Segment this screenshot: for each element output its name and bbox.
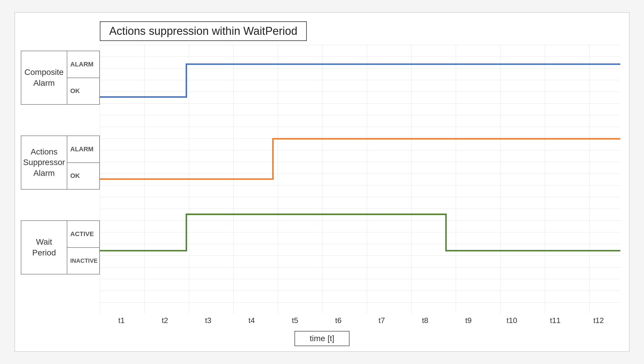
- tick-t9: t9: [447, 316, 490, 325]
- wait-period-row: WaitPeriod ACTIVE INACTIVE: [21, 220, 100, 274]
- actions-suppressor-line: [100, 139, 620, 179]
- tick-t5: t5: [273, 316, 317, 325]
- composite-alarm-state-ok: OK: [70, 87, 80, 95]
- tick-t11: t11: [534, 316, 577, 325]
- tick-t8: t8: [403, 316, 447, 325]
- tick-t2: t2: [143, 316, 186, 325]
- composite-alarm-row: CompositeAlarm ALARM OK: [21, 51, 100, 105]
- composite-alarm-state-alarm: ALARM: [70, 61, 93, 68]
- wait-period-state-active: ACTIVE: [70, 230, 94, 238]
- wait-period-line: [100, 214, 620, 250]
- composite-alarm-label: CompositeAlarm: [25, 67, 64, 88]
- tick-t12: t12: [577, 316, 620, 325]
- actions-suppressor-state-alarm: ALARM: [70, 145, 93, 153]
- actions-suppressor-row: ActionsSuppressorAlarm ALARM OK: [21, 135, 100, 190]
- composite-alarm-line: [100, 64, 620, 97]
- time-axis-label: time [t]: [294, 331, 350, 346]
- chart-title: Actions suppression within WaitPeriod: [100, 21, 307, 41]
- actions-suppressor-state-ok: OK: [70, 172, 80, 180]
- tick-t7: t7: [360, 316, 403, 325]
- wait-period-label: WaitPeriod: [32, 237, 56, 258]
- chart-svg: [100, 45, 620, 313]
- tick-t1: t1: [100, 316, 143, 325]
- diagram-container: Actions suppression within WaitPeriod Co…: [15, 12, 629, 352]
- tick-t4: t4: [230, 316, 273, 325]
- tick-t3: t3: [186, 316, 230, 325]
- tick-t6: t6: [317, 316, 360, 325]
- tick-t10: t10: [490, 316, 534, 325]
- wait-period-state-inactive: INACTIVE: [70, 257, 97, 264]
- actions-suppressor-label: ActionsSuppressorAlarm: [23, 147, 65, 178]
- time-axis: t1 t2 t3 t4 t5 t6 t7 t8 t9 t10 t11 t12: [100, 316, 620, 325]
